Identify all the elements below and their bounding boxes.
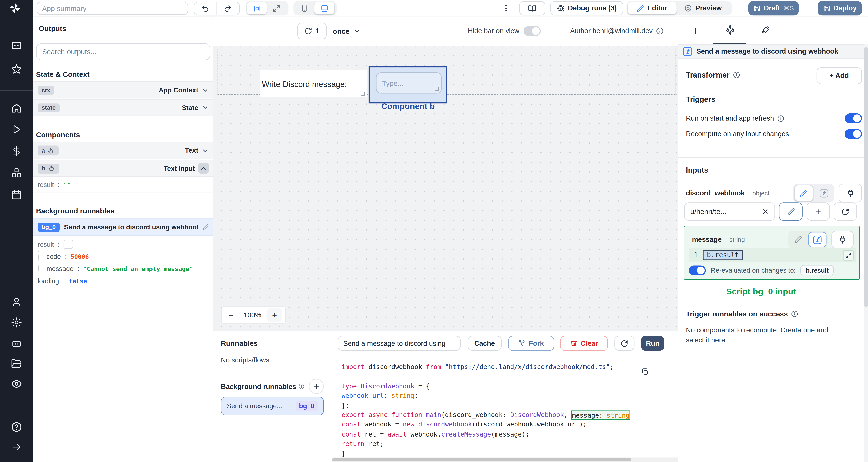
collapse-value-button[interactable]: - <box>63 239 73 249</box>
refresh-icon <box>620 339 628 347</box>
zoom-in-button[interactable]: + <box>268 308 282 322</box>
chevron-down-icon[interactable] <box>202 147 209 154</box>
tab-editor[interactable]: Editor <box>628 2 676 14</box>
home-icon[interactable] <box>11 103 22 114</box>
star-icon[interactable] <box>11 64 22 75</box>
output-row-state[interactable]: state State <box>33 99 213 116</box>
add-transformer-label: + Add <box>830 72 849 80</box>
background-runnables-header: Background runnables <box>221 379 324 394</box>
apps-icon[interactable] <box>11 40 22 51</box>
component-row-b[interactable]: b Text Input <box>33 160 213 177</box>
info-circle-icon <box>733 71 740 78</box>
settings-gear-icon[interactable] <box>11 317 22 328</box>
resize-handle[interactable] <box>435 87 439 91</box>
reeval-toggle[interactable] <box>689 265 706 275</box>
redo-button[interactable] <box>217 2 239 15</box>
windmill-logo-icon[interactable] <box>8 2 22 14</box>
runnable-name-input[interactable] <box>338 336 461 351</box>
schedules-calendar-icon[interactable] <box>11 189 22 200</box>
selected-component-b[interactable]: Type... <box>369 66 447 104</box>
bg0-row[interactable]: bg_0 Send a message to discord using web… <box>33 219 213 235</box>
desktop-view-button[interactable] <box>314 2 334 14</box>
app-canvas[interactable]: Write Discord message: Type... Component… <box>213 46 678 331</box>
run-button[interactable]: Run <box>641 336 664 351</box>
reeval-target[interactable]: b.result <box>801 265 834 275</box>
add-runnable-button[interactable] <box>309 379 324 394</box>
collapse-arrow-icon[interactable] <box>11 441 22 453</box>
text-component[interactable]: Write Discord message: <box>260 70 367 97</box>
tab-insert-plus-icon[interactable] <box>691 27 700 35</box>
recompute-toggle[interactable] <box>845 129 862 139</box>
expr-value[interactable]: b.result <box>703 250 743 260</box>
fullscreen-button[interactable] <box>267 2 286 14</box>
refresh-code-button[interactable] <box>614 336 634 351</box>
resources-boxes-icon[interactable] <box>11 168 22 179</box>
search-outputs-input[interactable] <box>36 43 210 60</box>
kebab-menu-icon[interactable] <box>501 4 510 13</box>
plus-icon <box>814 208 822 216</box>
result-value: "" <box>63 181 71 188</box>
chevron-down-icon[interactable] <box>202 104 209 111</box>
on-success-title: Trigger runnables on success <box>686 310 788 318</box>
debug-runs-button[interactable]: Debug runs (3) <box>550 1 623 16</box>
app-summary-input[interactable] <box>37 2 188 15</box>
mobile-view-button[interactable] <box>294 2 314 14</box>
users-icon[interactable] <box>11 297 22 307</box>
static-mode-button[interactable] <box>789 232 807 247</box>
add-resource-button[interactable] <box>807 202 830 221</box>
schedule-mode-dropdown[interactable]: once <box>333 23 361 39</box>
output-row-ctx[interactable]: ctx App Context <box>33 81 213 98</box>
zoom-out-button[interactable]: − <box>225 310 238 320</box>
refresh-count-button[interactable]: 1 <box>297 23 327 39</box>
runs-play-icon[interactable] <box>11 124 22 135</box>
clear-button[interactable]: Clear <box>560 336 608 351</box>
text-input-component[interactable]: Type... <box>376 72 442 94</box>
variables-dollar-icon[interactable] <box>11 145 22 157</box>
expand-editor-button[interactable] <box>843 250 854 260</box>
undo-icon <box>201 4 209 12</box>
folders-icon[interactable] <box>11 358 22 369</box>
bg0-runnable-card[interactable]: Send a message... bg_0 <box>221 397 324 416</box>
tab-settings-diamonds-icon[interactable] <box>724 24 736 35</box>
expr-editor-line[interactable]: 1 b.result <box>689 249 856 262</box>
static-mode-button[interactable] <box>795 185 813 201</box>
center-align-button[interactable] <box>247 2 267 14</box>
scrollbar-thumb[interactable] <box>864 47 868 307</box>
resource-select[interactable]: u/henri/te... <box>684 202 775 221</box>
info-circle-icon[interactable] <box>656 27 664 35</box>
input-webhook-value-row: u/henri/te... <box>684 202 862 221</box>
audit-eye-icon[interactable] <box>11 378 22 389</box>
undo-button[interactable] <box>194 2 217 15</box>
cache-label: Cache <box>474 339 495 347</box>
eval-mode-button[interactable]: f <box>808 232 827 247</box>
draft-button[interactable]: Draft ⌘S <box>748 1 799 16</box>
add-transformer-button[interactable]: + Add <box>816 67 862 84</box>
collapse-button[interactable] <box>198 163 209 174</box>
workers-robot-icon[interactable] <box>11 337 22 349</box>
pencil-icon[interactable] <box>203 224 209 230</box>
edit-resource-button[interactable] <box>779 202 803 221</box>
tab-theme-brush-icon[interactable] <box>760 26 770 36</box>
eval-mode-button[interactable]: f <box>814 185 833 201</box>
transformer-title: Transformer <box>686 71 730 79</box>
refresh-resource-button[interactable] <box>834 202 857 221</box>
docs-button[interactable] <box>519 1 545 16</box>
copy-clipboard-icon[interactable] <box>641 368 649 376</box>
chevron-down-icon[interactable] <box>202 87 209 94</box>
component-row-a[interactable]: a Text <box>33 141 213 159</box>
fork-button[interactable]: Fork <box>508 336 554 351</box>
hide-bar-toggle[interactable] <box>524 26 541 36</box>
resize-handle[interactable] <box>362 92 365 96</box>
help-icon[interactable] <box>11 422 22 432</box>
undo-redo-group <box>194 1 240 15</box>
code-editor[interactable]: import discordwebhook from "https://deno… <box>332 359 678 457</box>
run-on-start-toggle[interactable] <box>845 113 862 124</box>
close-x-icon[interactable] <box>762 208 769 215</box>
phone-icon <box>301 4 308 12</box>
deploy-button[interactable]: Deploy <box>817 1 862 16</box>
connect-plug-button[interactable] <box>831 231 854 249</box>
connect-plug-button[interactable] <box>839 184 862 203</box>
scrollbar-thumb[interactable] <box>332 458 631 461</box>
tab-preview[interactable]: Preview <box>677 2 730 14</box>
cache-button[interactable]: Cache <box>468 336 501 351</box>
